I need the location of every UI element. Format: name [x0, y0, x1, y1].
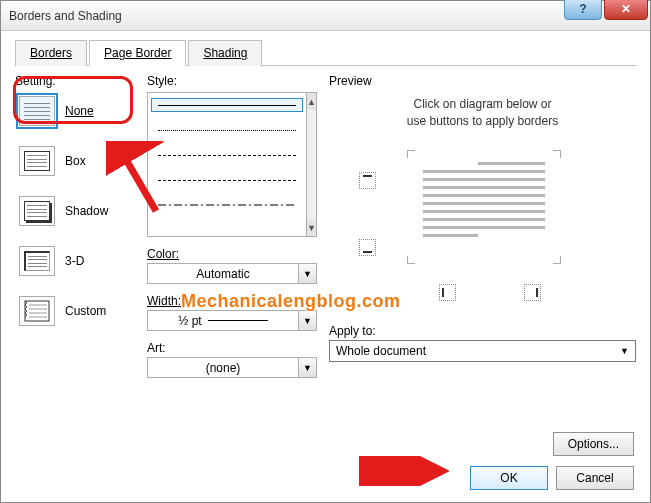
ok-button[interactable]: OK	[470, 466, 548, 490]
setting-item-label: Box	[65, 154, 86, 168]
border-right-button[interactable]	[524, 284, 541, 301]
line-style-solid[interactable]	[152, 99, 302, 111]
threed-icon	[19, 246, 55, 276]
custom-icon	[19, 296, 55, 326]
help-button[interactable]: ?	[564, 0, 602, 20]
window-title: Borders and Shading	[9, 9, 122, 23]
setting-column: Setting: None Box	[15, 74, 135, 378]
setting-custom[interactable]: Custom	[15, 292, 135, 330]
art-label: Art:	[147, 341, 317, 355]
options-button[interactable]: Options...	[553, 432, 634, 456]
setting-shadow[interactable]: Shadow	[15, 192, 135, 230]
preview-area	[329, 144, 636, 314]
setting-item-label: Custom	[65, 304, 106, 318]
svg-rect-0	[25, 301, 49, 321]
color-label: Color:	[147, 247, 317, 261]
preview-page[interactable]	[409, 152, 559, 262]
chevron-down-icon[interactable]: ▼	[299, 357, 317, 378]
border-left-button[interactable]	[439, 284, 456, 301]
shadow-icon	[19, 196, 55, 226]
chevron-down-icon[interactable]: ▼	[299, 263, 317, 284]
scroll-up-icon[interactable]: ▲	[307, 93, 316, 110]
setting-none[interactable]: None	[15, 92, 135, 130]
color-value: Automatic	[196, 267, 249, 281]
annotation-arrow-icon	[359, 456, 449, 486]
cancel-button[interactable]: Cancel	[556, 466, 634, 490]
scroll-down-icon[interactable]: ▼	[307, 219, 316, 236]
style-list[interactable]	[147, 92, 306, 237]
style-column: Style: ▲ ▼ Color: Aut	[147, 74, 317, 378]
line-style-dotted[interactable]	[152, 124, 302, 136]
preview-label: Preview	[329, 74, 636, 88]
apply-to-value: Whole document	[336, 344, 426, 358]
box-icon	[19, 146, 55, 176]
setting-item-label: None	[65, 104, 94, 118]
preview-column: Preview Click on diagram below oruse but…	[329, 74, 636, 378]
none-icon	[19, 96, 55, 126]
chevron-down-icon[interactable]: ▼	[299, 310, 317, 331]
tab-borders[interactable]: Borders	[15, 40, 87, 66]
apply-to-dropdown[interactable]: Whole document ▼	[329, 340, 636, 362]
style-label: Style:	[147, 74, 317, 88]
tab-page-border[interactable]: Page Border	[89, 40, 186, 66]
watermark-text: Mechanicalengblog.com	[181, 291, 401, 312]
border-bottom-button[interactable]	[359, 239, 376, 256]
titlebar: Borders and Shading ? ✕	[1, 1, 650, 31]
color-dropdown[interactable]: Automatic ▼	[147, 263, 317, 284]
setting-3d[interactable]: 3-D	[15, 242, 135, 280]
setting-item-label: Shadow	[65, 204, 108, 218]
border-top-button[interactable]	[359, 172, 376, 189]
borders-shading-dialog: Borders and Shading ? ✕ Borders Page Bor…	[0, 0, 651, 503]
setting-item-label: 3-D	[65, 254, 84, 268]
line-style-dashed-fine[interactable]	[152, 149, 302, 161]
art-value: (none)	[206, 361, 241, 375]
tab-shading[interactable]: Shading	[188, 40, 262, 66]
preview-hint: Click on diagram below oruse buttons to …	[329, 96, 636, 130]
apply-to-label: Apply to:	[329, 324, 636, 338]
close-button[interactable]: ✕	[604, 0, 648, 20]
chevron-down-icon: ▼	[620, 346, 629, 356]
line-style-dashdot[interactable]	[152, 199, 302, 211]
setting-label: Setting:	[15, 74, 135, 88]
width-value: ½ pt	[178, 314, 201, 328]
tab-bar: Borders Page Border Shading	[15, 39, 636, 66]
style-scrollbar[interactable]: ▲ ▼	[306, 92, 317, 237]
setting-box[interactable]: Box	[15, 142, 135, 180]
art-dropdown[interactable]: (none) ▼	[147, 357, 317, 378]
width-dropdown[interactable]: ½ pt ▼	[147, 310, 317, 331]
line-style-dashed[interactable]	[152, 174, 302, 186]
